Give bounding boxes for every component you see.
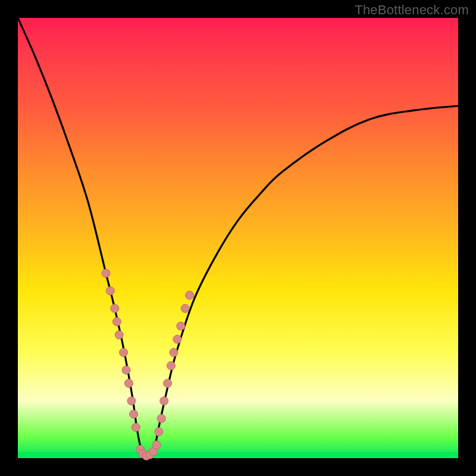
data-marker <box>173 335 181 343</box>
data-marker <box>131 423 140 431</box>
plot-area <box>18 18 458 458</box>
data-marker <box>120 348 128 356</box>
chart-frame: TheBottleneck.com <box>0 0 476 476</box>
curve-path <box>18 18 458 459</box>
data-marker <box>181 304 189 312</box>
data-marker <box>186 291 194 299</box>
data-marker <box>160 397 168 405</box>
data-marker <box>157 414 165 422</box>
data-marker <box>177 322 185 330</box>
marker-group <box>102 269 194 460</box>
data-marker <box>167 362 176 370</box>
bottleneck-curve <box>18 18 458 458</box>
data-marker <box>152 441 161 449</box>
data-marker <box>124 379 133 387</box>
data-marker <box>170 348 178 356</box>
data-marker <box>127 397 136 405</box>
data-marker <box>130 410 138 418</box>
data-marker <box>102 269 110 277</box>
data-marker <box>122 366 130 374</box>
data-marker <box>113 318 121 326</box>
data-marker <box>106 287 114 295</box>
data-marker <box>111 304 119 312</box>
data-marker <box>164 379 172 387</box>
data-marker <box>115 331 123 339</box>
watermark-label: TheBottleneck.com <box>355 2 469 18</box>
data-marker <box>155 428 163 436</box>
